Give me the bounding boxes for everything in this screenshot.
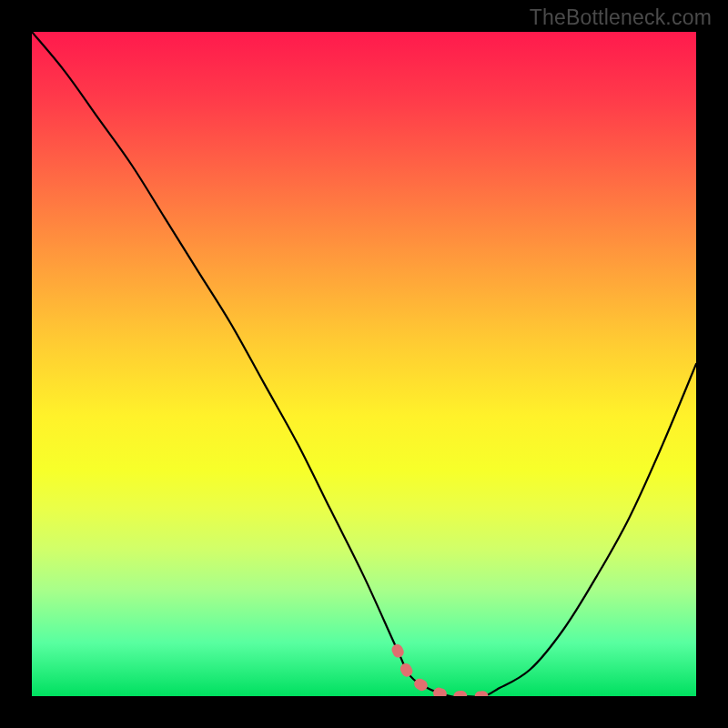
curve-line (32, 32, 696, 696)
chart-svg (32, 32, 696, 696)
highlight-segment (398, 650, 498, 696)
watermark-text: TheBottleneck.com (530, 5, 712, 30)
chart-frame: TheBottleneck.com (0, 0, 728, 728)
plot-area (32, 32, 696, 696)
